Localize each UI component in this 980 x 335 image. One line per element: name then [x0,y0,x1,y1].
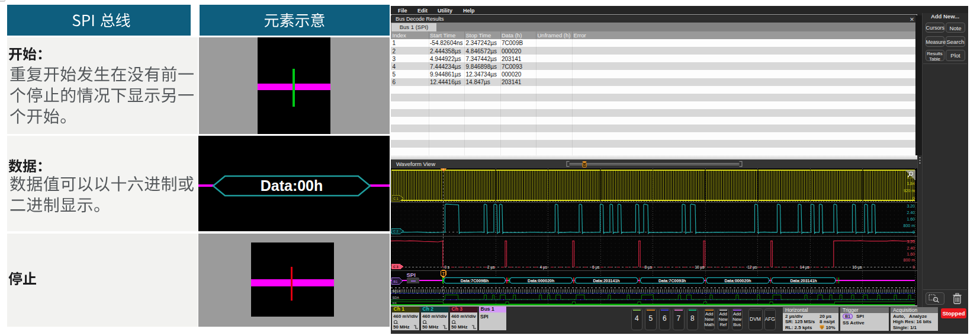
svg-text:SPI: SPI [407,272,416,278]
svg-text:6 µs: 6 µs [592,264,600,269]
svg-text:Data:203141h: Data:203141h [790,278,817,282]
svg-text:0: 0 [912,230,915,234]
svg-text:1.60: 1.60 [907,217,915,221]
svg-text:Data:000020h: Data:000020h [528,278,554,282]
svg-text:8 µs: 8 µs [645,264,653,269]
svg-text:3.20: 3.20 [907,239,915,243]
svg-text:2.40: 2.40 [907,245,915,250]
svg-text:Data:000020h: Data:000020h [724,278,751,282]
svg-text:Data:203141h: Data:203141h [593,278,619,282]
svg-text:T: T [442,271,445,275]
svg-text:C 1: C 1 [393,196,399,200]
svg-text:0 s: 0 s [444,264,449,269]
svg-text:Data:7C0093h: Data:7C0093h [658,278,686,282]
svg-text:B1: B1 [393,279,398,283]
svg-text:3.20: 3.20 [907,204,915,208]
svg-text:16 µs: 16 µs [852,264,862,269]
svg-text:1.60: 1.60 [907,252,915,256]
svg-text:4 µs: 4 µs [540,264,548,269]
svg-text:U: U [821,326,823,329]
svg-text:800 m: 800 m [904,258,915,262]
svg-text:920 m: 920 m [904,189,915,193]
svg-text:C 2: C 2 [393,229,399,233]
svg-text:800 m: 800 m [904,223,915,227]
svg-text:1.84: 1.84 [907,181,915,186]
svg-text:SDA: SDA [393,296,400,299]
svg-text:10 µs: 10 µs [695,264,705,269]
svg-text:2 µs: 2 µs [487,264,495,269]
svg-text:2.40: 2.40 [907,210,915,215]
svg-text:14 µs: 14 µs [800,264,810,269]
svg-text:U: U [583,163,586,167]
svg-text:0: 0 [912,196,915,200]
svg-text:C 3: C 3 [393,265,399,269]
svg-text:12 µs: 12 µs [747,264,757,269]
svg-text:0: 0 [912,265,915,269]
svg-text:Data:7C009Bh: Data:7C009Bh [461,278,489,282]
